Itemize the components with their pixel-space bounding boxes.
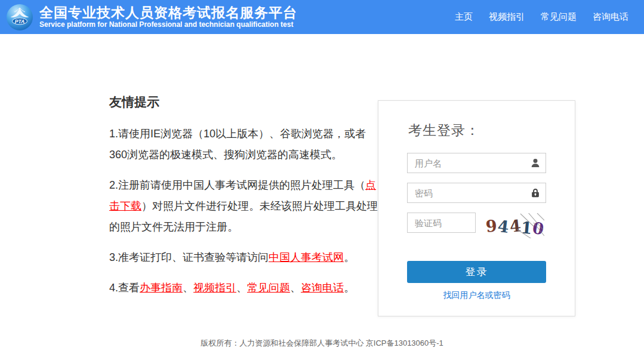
- tip-4-sep-3: 、: [290, 282, 301, 294]
- tip-item-4: 4.查看办事指南、视频指引、常见问题、咨询电话。: [109, 278, 383, 299]
- brand-block: 全国专业技术人员资格考试报名服务平台 Service platform for …: [39, 5, 297, 29]
- tip-4-text-b: 。: [344, 282, 355, 294]
- nav-home[interactable]: 主页: [455, 11, 473, 23]
- password-input[interactable]: [407, 183, 546, 203]
- tip-3-text-a: 3.准考证打印、证书查验等请访问: [109, 251, 269, 263]
- username-field-wrap: [407, 153, 546, 173]
- tip-4-sep-2: 、: [236, 282, 247, 294]
- tip-item-3: 3.准考证打印、证书查验等请访问中国人事考试网。: [109, 247, 383, 268]
- person-icon: [530, 158, 541, 168]
- tip-4-sep-1: 、: [183, 282, 193, 294]
- tip-2-text-b: ）对照片文件进行处理。未经该照片处理工具处理的照片文件无法用于注册。: [109, 200, 378, 233]
- login-heading: 考生登录：: [408, 121, 546, 140]
- tip-2-text-a: 2.注册前请使用中国人事考试网提供的照片处理工具（: [109, 179, 365, 191]
- cpta-site-link[interactable]: 中国人事考试网: [269, 251, 344, 263]
- nav-faq[interactable]: 常见问题: [541, 11, 577, 23]
- main-content: 友情提示 1.请使用IE浏览器（10以上版本）、谷歌浏览器，或者360浏览器的极…: [0, 34, 644, 336]
- tip-1-text: 1.请使用IE浏览器（10以上版本）、谷歌浏览器，或者360浏览器的极速模式、搜…: [109, 128, 366, 161]
- video-guide-link[interactable]: 视频指引: [193, 282, 236, 294]
- pta-logo-icon: PTA: [6, 4, 33, 31]
- service-guide-link[interactable]: 办事指南: [140, 282, 183, 294]
- tip-item-2: 2.注册前请使用中国人事考试网提供的照片处理工具（点击下载）对照片文件进行处理。…: [109, 175, 383, 238]
- forgot-credentials-link[interactable]: 找回用户名或密码: [407, 290, 546, 301]
- tip-4-text-a: 4.查看: [109, 282, 140, 294]
- login-panel: 考生登录： 9 4 4 1: [378, 100, 575, 316]
- svg-text:PTA: PTA: [15, 18, 24, 24]
- copyright-text: 版权所有：人力资源和社会保障部人事考试中心 京ICP备13013060号-1: [201, 339, 443, 347]
- tip-3-text-b: 。: [344, 251, 355, 263]
- login-button[interactable]: 登录: [407, 261, 546, 283]
- site-title: 全国专业技术人员资格考试报名服务平台: [39, 5, 297, 20]
- site-header: PTA 全国专业技术人员资格考试报名服务平台 Service platform …: [0, 0, 644, 34]
- username-input[interactable]: [407, 153, 546, 173]
- captcha-image[interactable]: 9 4 4 1 0: [486, 213, 544, 238]
- site-subtitle: Service platform for National Profession…: [39, 20, 297, 29]
- nav-video-guide[interactable]: 视频指引: [489, 11, 525, 23]
- tip-item-1: 1.请使用IE浏览器（10以上版本）、谷歌浏览器，或者360浏览器的极速模式、搜…: [109, 124, 383, 165]
- footer: 版权所有：人力资源和社会保障部人事考试中心 京ICP备13013060号-1: [0, 336, 644, 349]
- phone-link[interactable]: 咨询电话: [301, 282, 344, 294]
- captcha-noise-lines: [486, 213, 544, 238]
- tips-heading: 友情提示: [109, 94, 383, 110]
- lock-icon: [530, 187, 541, 198]
- captcha-input[interactable]: [407, 213, 476, 233]
- captcha-field-wrap: [407, 213, 476, 233]
- captcha-row: 9 4 4 1 0: [407, 213, 546, 238]
- faq-link[interactable]: 常见问题: [247, 282, 290, 294]
- top-nav: 主页 视频指引 常见问题 咨询电话: [455, 11, 628, 23]
- nav-phone[interactable]: 咨询电话: [593, 11, 628, 23]
- password-field-wrap: [407, 183, 546, 203]
- tips-section: 友情提示 1.请使用IE浏览器（10以上版本）、谷歌浏览器，或者360浏览器的极…: [109, 94, 383, 308]
